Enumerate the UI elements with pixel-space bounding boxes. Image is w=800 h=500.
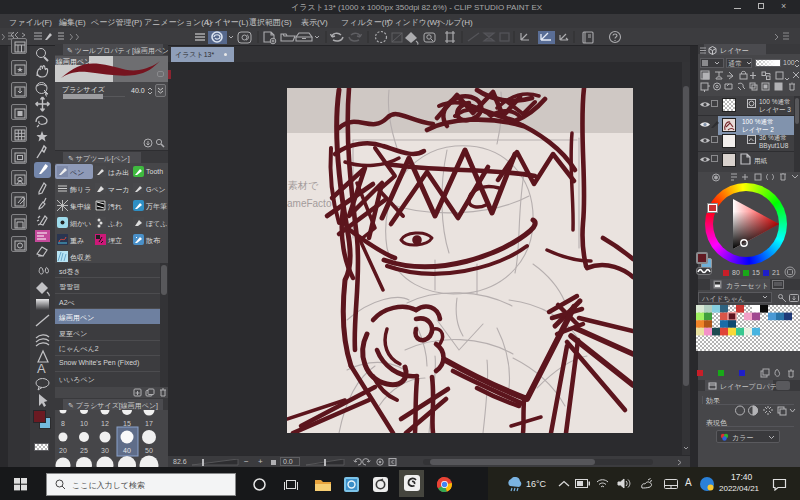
svg-text:40: 40 xyxy=(123,447,131,454)
svg-text:A: A xyxy=(37,361,46,376)
svg-text:10: 10 xyxy=(80,420,88,427)
svg-text:50: 50 xyxy=(145,447,153,454)
svg-text:20: 20 xyxy=(59,447,67,454)
svg-text:ameFacto: ameFacto xyxy=(287,198,332,209)
svg-text:12: 12 xyxy=(101,420,109,427)
svg-text:30: 30 xyxy=(101,447,109,454)
svg-text:素材で: 素材で xyxy=(288,180,319,191)
svg-text:15: 15 xyxy=(123,420,131,427)
svg-text:8: 8 xyxy=(61,420,65,427)
svg-text:25: 25 xyxy=(80,447,88,454)
svg-text:17: 17 xyxy=(145,420,153,427)
